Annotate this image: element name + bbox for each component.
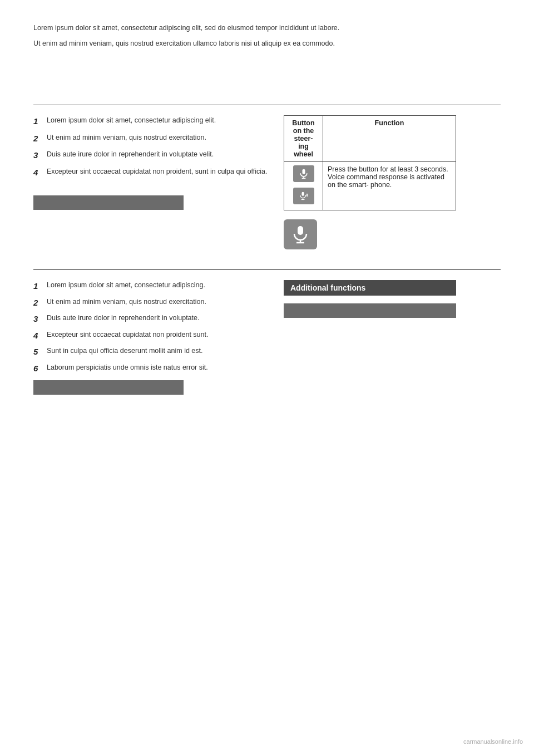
- bottom-list-number-2: 2: [33, 297, 47, 310]
- bottom-list-number-5: 5: [33, 346, 47, 359]
- top-text-area: Lorem ipsum dolor sit amet, consectetur …: [33, 22, 501, 49]
- bottom-list-item-6: 6 Laborum perspiciatis unde omnis iste n…: [33, 362, 278, 375]
- watermark: carmanualsonline.info: [463, 738, 523, 745]
- list-text-4: Excepteur sint occaecat cupidatat non pr…: [47, 166, 268, 177]
- list-number-1: 1: [33, 115, 47, 128]
- section-divider: [33, 269, 501, 270]
- top-text-1: Lorem ipsum dolor sit amet, consectetur …: [33, 22, 501, 33]
- left-column-bottom: 1 Lorem ipsum dolor sit amet, consectetu…: [33, 280, 278, 395]
- right-column-top: Button on the steer- ing wheel Function: [278, 115, 501, 258]
- bottom-list-item-1: 1 Lorem ipsum dolor sit amet, consectetu…: [33, 280, 278, 293]
- bottom-list-text-6: Laborum perspiciatis unde omnis iste nat…: [47, 362, 208, 373]
- bottom-list-number-1: 1: [33, 280, 47, 293]
- bottom-list-item-2: 2 Ut enim ad minim veniam, quis nostrud …: [33, 297, 278, 310]
- bottom-content: 1 Lorem ipsum dolor sit amet, consectetu…: [33, 280, 501, 395]
- bottom-list-text-5: Sunt in culpa qui officia deserunt molli…: [47, 346, 202, 356]
- bottom-list-number-6: 6: [33, 362, 47, 375]
- function-table: Button on the steer- ing wheel Function: [284, 115, 456, 210]
- top-text-2: Ut enim ad minim veniam, quis nostrud ex…: [33, 38, 501, 49]
- bottom-list-text-4: Excepteur sint occaecat cupidatat non pr…: [47, 330, 208, 340]
- bottom-list-item-4: 4 Excepteur sint occaecat cupidatat non …: [33, 330, 278, 342]
- bottom-list-number-4: 4: [33, 330, 47, 342]
- top-numbered-list: 1 Lorem ipsum dolor sit amet, consectetu…: [33, 115, 278, 179]
- bottom-list-number-3: 3: [33, 313, 47, 326]
- table-row-1: Press the button for at least 3 seconds.…: [284, 162, 456, 210]
- table-cell-function-text: Press the button for at least 3 seconds.…: [323, 162, 456, 210]
- list-item-4: 4 Excepteur sint occaecat cupidatat non …: [33, 166, 278, 179]
- additional-functions-heading: Additional functions: [284, 280, 456, 296]
- bottom-list-text-2: Ut enim ad minim veniam, quis nostrud ex…: [47, 297, 206, 307]
- bottom-left-grey-bar: [33, 380, 184, 395]
- svg-rect-6: [298, 226, 303, 235]
- list-number-2: 2: [33, 132, 47, 145]
- svg-rect-3: [301, 192, 304, 196]
- large-mic-icon: [284, 219, 317, 249]
- bottom-numbered-list: 1 Lorem ipsum dolor sit amet, consectetu…: [33, 280, 278, 375]
- svg-rect-0: [302, 169, 305, 174]
- large-mic-icon-wrap: [284, 219, 501, 249]
- list-text-3: Duis aute irure dolor in reprehenderit i…: [47, 149, 214, 160]
- bottom-list-text-1: Lorem ipsum dolor sit amet, consectetur …: [47, 280, 205, 291]
- bottom-list-text-3: Duis aute irure dolor in reprehenderit i…: [47, 313, 199, 323]
- mic-icon-button-2: [293, 188, 314, 204]
- top-left-grey-bar: [33, 195, 184, 210]
- main-content: 1 Lorem ipsum dolor sit amet, consectetu…: [33, 115, 501, 258]
- bottom-list-item-5: 5 Sunt in culpa qui officia deserunt mol…: [33, 346, 278, 359]
- mic-icon-button-1: [293, 165, 314, 182]
- list-text-1: Lorem ipsum dolor sit amet, consectetur …: [47, 115, 216, 126]
- bottom-list-item-3: 3 Duis aute irure dolor in reprehenderit…: [33, 313, 278, 326]
- left-column-top: 1 Lorem ipsum dolor sit amet, consectetu…: [33, 115, 278, 210]
- list-item-1: 1 Lorem ipsum dolor sit amet, consectetu…: [33, 115, 278, 128]
- list-item-3: 3 Duis aute irure dolor in reprehenderit…: [33, 149, 278, 162]
- list-text-2: Ut enim ad minim veniam, quis nostrud ex…: [47, 132, 206, 143]
- top-rule: [33, 105, 501, 105]
- page-container: Lorem ipsum dolor sit amet, consectetur …: [0, 0, 534, 756]
- list-number-4: 4: [33, 166, 47, 179]
- right-column-bottom: Additional functions: [278, 280, 501, 318]
- list-number-3: 3: [33, 149, 47, 162]
- table-header-button: Button on the steer- ing wheel: [284, 116, 323, 162]
- table-cell-icons: [284, 162, 323, 210]
- table-header-function: Function: [323, 116, 456, 162]
- bottom-right-grey-bar: [284, 303, 456, 318]
- list-item-2: 2 Ut enim ad minim veniam, quis nostrud …: [33, 132, 278, 145]
